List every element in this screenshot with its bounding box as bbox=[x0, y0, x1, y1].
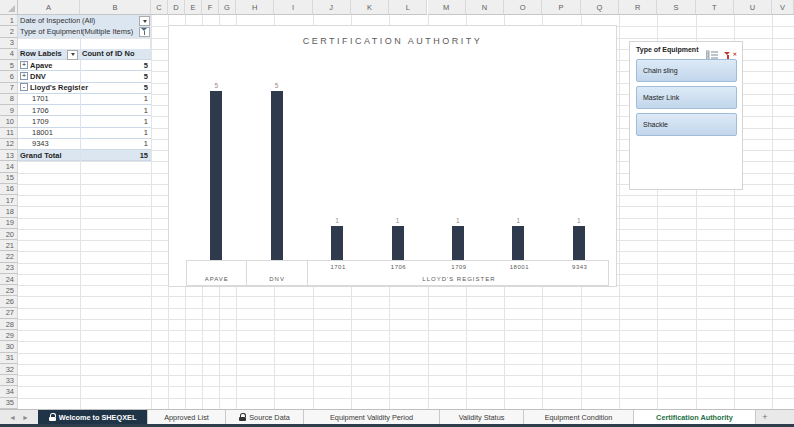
pivot-row: 17011 bbox=[18, 94, 151, 105]
column-header[interactable]: R bbox=[619, 0, 657, 15]
column-header[interactable]: J bbox=[313, 0, 351, 15]
column-header[interactable]: D bbox=[168, 0, 185, 15]
row-header[interactable]: 31 bbox=[0, 353, 18, 364]
expand-collapse-button[interactable]: + bbox=[20, 72, 28, 80]
row-header[interactable]: 20 bbox=[0, 229, 18, 240]
sheet-tab-certification-authority[interactable]: Certification Authority bbox=[634, 410, 756, 424]
row-header[interactable]: 17 bbox=[0, 195, 18, 206]
grid-hline bbox=[18, 375, 794, 376]
sheet-tab-equipment-validity-period[interactable]: Equipment Validity Period bbox=[304, 410, 440, 424]
row-header[interactable]: 10 bbox=[0, 116, 18, 127]
sheet-tab-validity-status[interactable]: Validity Status bbox=[440, 410, 524, 424]
filter-dropdown-button[interactable] bbox=[139, 16, 150, 26]
add-sheet-button[interactable]: + bbox=[756, 410, 774, 424]
category-item-label: 1706 bbox=[368, 264, 428, 270]
row-header[interactable]: 4 bbox=[0, 49, 18, 60]
column-header[interactable]: L bbox=[389, 0, 427, 15]
chart-area[interactable]: CERTIFICATION AUTHORITY 5511111 APAVEDNV… bbox=[168, 25, 617, 287]
sheet-tab-source-data[interactable]: Source Data bbox=[226, 410, 304, 424]
row-header[interactable]: 7 bbox=[0, 83, 18, 94]
pivot-row-label: Apave bbox=[30, 60, 53, 70]
bar-value-label: 1 bbox=[564, 217, 594, 224]
row-header[interactable]: 26 bbox=[0, 296, 18, 307]
row-header[interactable]: 30 bbox=[0, 341, 18, 352]
column-header[interactable]: T bbox=[696, 0, 734, 15]
filter-funnel-button[interactable] bbox=[139, 27, 150, 37]
row-header[interactable]: 5 bbox=[0, 60, 18, 71]
row-header[interactable]: 18 bbox=[0, 206, 18, 217]
column-header[interactable]: C bbox=[151, 0, 168, 15]
category-item-label: 1701 bbox=[308, 264, 368, 270]
row-header[interactable]: 24 bbox=[0, 274, 18, 285]
clear-filter-icon[interactable]: ✕ bbox=[724, 46, 736, 56]
row-header[interactable]: 33 bbox=[0, 375, 18, 386]
row-header[interactable]: 35 bbox=[0, 398, 18, 409]
pivot-filter-label: Date of Inspection bbox=[20, 15, 80, 26]
row-header[interactable]: 1 bbox=[0, 15, 18, 26]
sheet-tab-welcome-to-sheqxel[interactable]: Welcome to SHEQXEL bbox=[38, 410, 148, 424]
row-header[interactable]: 23 bbox=[0, 263, 18, 274]
sheet-tab-label: Welcome to SHEQXEL bbox=[59, 413, 137, 422]
row-header[interactable]: 34 bbox=[0, 386, 18, 397]
pivot-row-value: 1 bbox=[144, 94, 148, 104]
row-header[interactable]: 27 bbox=[0, 308, 18, 319]
column-header[interactable]: H bbox=[236, 0, 274, 15]
column-header[interactable]: A bbox=[18, 0, 80, 15]
expand-collapse-button[interactable]: + bbox=[20, 61, 28, 69]
bar bbox=[573, 226, 585, 260]
lock-icon bbox=[239, 413, 246, 421]
row-header[interactable]: 8 bbox=[0, 94, 18, 105]
column-header[interactable]: P bbox=[542, 0, 580, 15]
grid-hline bbox=[18, 364, 794, 365]
column-header[interactable]: G bbox=[219, 0, 236, 15]
slicer-item-master-link[interactable]: Master Link bbox=[636, 86, 737, 109]
row-header[interactable]: 13 bbox=[0, 150, 18, 161]
column-header[interactable]: I bbox=[274, 0, 312, 15]
grid-hline bbox=[18, 353, 794, 354]
row-header[interactable]: 22 bbox=[0, 251, 18, 262]
column-header[interactable]: S bbox=[657, 0, 695, 15]
grid-vline bbox=[772, 15, 773, 409]
column-header[interactable]: Q bbox=[581, 0, 619, 15]
column-header[interactable]: O bbox=[504, 0, 542, 15]
row-header[interactable]: 32 bbox=[0, 364, 18, 375]
multi-select-icon[interactable] bbox=[706, 46, 718, 56]
column-header[interactable]: K bbox=[351, 0, 389, 15]
bar bbox=[392, 226, 404, 260]
row-header[interactable]: 14 bbox=[0, 161, 18, 172]
sheet-tab-label: Certification Authority bbox=[656, 413, 733, 422]
sheet-tab-equipment-condition[interactable]: Equipment Condition bbox=[524, 410, 634, 424]
tab-scroll-right-icon[interactable]: ► bbox=[22, 414, 29, 421]
column-header[interactable]: F bbox=[202, 0, 219, 15]
column-header[interactable]: V bbox=[772, 0, 794, 15]
row-header[interactable]: 28 bbox=[0, 319, 18, 330]
row-header[interactable]: 2 bbox=[0, 26, 18, 37]
slicer-item-chain-sling[interactable]: Chain sling bbox=[636, 59, 737, 82]
column-header[interactable]: B bbox=[80, 0, 151, 15]
row-header[interactable]: 25 bbox=[0, 285, 18, 296]
pivot-row-value: 5 bbox=[144, 83, 148, 93]
column-header[interactable]: M bbox=[428, 0, 466, 15]
grid-vline bbox=[151, 15, 152, 409]
expand-collapse-button[interactable]: - bbox=[20, 83, 28, 91]
row-header[interactable]: 3 bbox=[0, 38, 18, 49]
row-header[interactable]: 9 bbox=[0, 105, 18, 116]
row-header[interactable]: 19 bbox=[0, 218, 18, 229]
row-header[interactable]: 15 bbox=[0, 173, 18, 184]
slicer-item-shackle[interactable]: Shackle bbox=[636, 113, 737, 136]
row-header[interactable]: 12 bbox=[0, 139, 18, 150]
row-header[interactable]: 11 bbox=[0, 128, 18, 139]
pivot-row-value: 15 bbox=[140, 150, 148, 160]
column-header[interactable]: U bbox=[734, 0, 772, 15]
column-header[interactable]: E bbox=[185, 0, 202, 15]
column-header[interactable]: N bbox=[466, 0, 504, 15]
grid-hline bbox=[18, 398, 794, 399]
row-header[interactable]: 6 bbox=[0, 71, 18, 82]
row-header[interactable]: 16 bbox=[0, 184, 18, 195]
select-all-corner[interactable] bbox=[0, 0, 18, 15]
sheet-tab-approved-list[interactable]: Approved List bbox=[148, 410, 226, 424]
tab-scroll-left-icon[interactable]: ◄ bbox=[9, 414, 16, 421]
row-header[interactable]: 21 bbox=[0, 240, 18, 251]
row-labels-dropdown-button[interactable] bbox=[67, 50, 78, 60]
row-header[interactable]: 29 bbox=[0, 330, 18, 341]
